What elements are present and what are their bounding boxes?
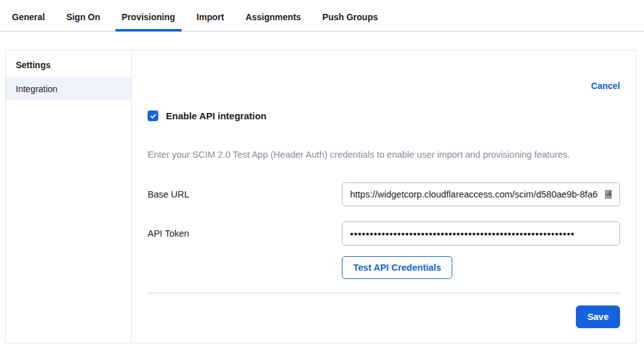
- checkmark-icon: [149, 112, 157, 120]
- base-url-value: https://widgetcorp.cloudflareaccess.com/…: [350, 189, 606, 199]
- cancel-link[interactable]: Cancel: [591, 81, 620, 91]
- base-url-input[interactable]: https://widgetcorp.cloudflareaccess.com/…: [342, 182, 620, 206]
- footer-divider: [148, 293, 620, 293]
- settings-sidebar: Settings Integration: [6, 50, 132, 343]
- tab-provisioning[interactable]: Provisioning: [115, 3, 182, 31]
- enable-api-label: Enable API integration: [166, 110, 266, 121]
- api-token-value: ••••••••••••••••••••••••••••••••••••••••…: [350, 228, 612, 239]
- app-tab-bar: General Sign On Provisioning Import Assi…: [0, 0, 644, 32]
- save-row: Save: [148, 305, 620, 328]
- sidebar-header: Settings: [6, 50, 131, 78]
- cancel-row: Cancel: [148, 81, 620, 91]
- test-api-credentials-button[interactable]: Test API Credentials: [342, 256, 452, 279]
- base-url-overflow-selection: -4: [605, 190, 612, 199]
- tab-import[interactable]: Import: [190, 3, 231, 31]
- enable-api-row: Enable API integration: [148, 110, 620, 121]
- tab-general[interactable]: General: [6, 3, 51, 31]
- integration-form: Cancel Enable API integration Enter your…: [132, 50, 636, 343]
- base-url-label: Base URL: [148, 189, 342, 199]
- test-credentials-row: Test API Credentials: [148, 256, 620, 279]
- api-token-label: API Token: [148, 228, 342, 239]
- api-token-input[interactable]: ••••••••••••••••••••••••••••••••••••••••…: [342, 222, 620, 245]
- enable-api-checkbox[interactable]: [148, 110, 158, 121]
- provisioning-panel: Settings Integration Cancel Enable API i…: [5, 50, 636, 343]
- save-button[interactable]: Save: [576, 305, 620, 328]
- credentials-description: Enter your SCIM 2.0 Test App (Header Aut…: [148, 150, 620, 160]
- base-url-row: Base URL https://widgetcorp.cloudflareac…: [148, 182, 620, 206]
- tab-sign-on[interactable]: Sign On: [60, 3, 107, 31]
- api-token-row: API Token ••••••••••••••••••••••••••••••…: [148, 222, 620, 245]
- tab-assignments[interactable]: Assignments: [239, 3, 307, 31]
- tab-push-groups[interactable]: Push Groups: [316, 3, 384, 31]
- sidebar-item-integration[interactable]: Integration: [6, 78, 131, 100]
